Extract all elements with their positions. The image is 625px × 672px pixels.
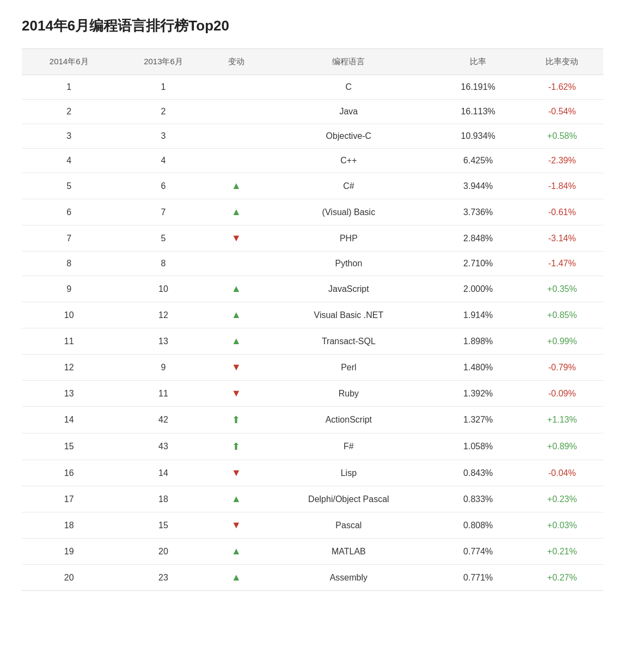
cell-language: JavaScript	[262, 276, 435, 302]
table-row: 56▲C#3.944%-1.84%	[22, 173, 603, 199]
header-change: 变动	[211, 49, 262, 75]
up-single-icon: ▲	[231, 335, 241, 347]
cell-rank2013: 14	[116, 460, 210, 486]
cell-language: Ruby	[262, 381, 435, 407]
cell-language: Visual Basic .NET	[262, 302, 435, 328]
cell-rate: 1.058%	[436, 433, 521, 460]
cell-rank2013: 9	[116, 355, 210, 381]
table-row: 1543⬆F#1.058%+0.89%	[22, 433, 603, 460]
header-rank2014: 2014年6月	[22, 49, 116, 75]
cell-rate: 0.833%	[436, 486, 521, 512]
table-row: 1920▲MATLAB0.774%+0.21%	[22, 539, 603, 565]
cell-rate: 1.914%	[436, 302, 521, 328]
cell-change: ▼	[211, 381, 262, 407]
cell-language: Pascal	[262, 512, 435, 539]
cell-change: ▼	[211, 460, 262, 486]
cell-rank2014: 13	[22, 381, 116, 407]
up-single-icon: ▲	[231, 309, 241, 321]
cell-rate-change: -0.04%	[521, 460, 603, 486]
table-row: 1815▼Pascal0.808%+0.03%	[22, 512, 603, 539]
table-header-row: 2014年6月 2013年6月 变动 编程语言 比率 比率变动	[22, 49, 603, 75]
cell-change: ▼	[211, 225, 262, 252]
cell-change: ▲	[211, 276, 262, 302]
cell-rank2013: 5	[116, 225, 210, 252]
cell-rate-change: -0.09%	[521, 381, 603, 407]
table-row: 33Objective-C10.934%+0.58%	[22, 124, 603, 149]
cell-rank2014: 16	[22, 460, 116, 486]
cell-rate-change: -0.54%	[521, 100, 603, 124]
table-row: 129▼Perl1.480%-0.79%	[22, 355, 603, 381]
cell-rate: 3.944%	[436, 173, 521, 199]
up-double-icon: ⬆	[232, 414, 240, 426]
cell-rank2013: 11	[116, 381, 210, 407]
table-row: 1442⬆ActionScript1.327%+1.13%	[22, 407, 603, 433]
cell-rate-change: +0.58%	[521, 124, 603, 149]
cell-rank2014: 4	[22, 149, 116, 173]
table-row: 910▲JavaScript2.000%+0.35%	[22, 276, 603, 302]
cell-rate: 0.843%	[436, 460, 521, 486]
cell-rate-change: -3.14%	[521, 225, 603, 252]
up-double-icon: ⬆	[232, 441, 240, 453]
cell-rate: 3.736%	[436, 199, 521, 225]
cell-language: Python	[262, 252, 435, 276]
cell-change: ▲	[211, 328, 262, 355]
cell-language: Assembly	[262, 565, 435, 591]
table-row: 2023▲Assembly0.771%+0.27%	[22, 565, 603, 591]
cell-language: C	[262, 75, 435, 100]
cell-rate-change: +0.99%	[521, 328, 603, 355]
cell-language: ActionScript	[262, 407, 435, 433]
cell-rate: 2.000%	[436, 276, 521, 302]
cell-change	[211, 149, 262, 173]
cell-language: Java	[262, 100, 435, 124]
table-row: 1012▲Visual Basic .NET1.914%+0.85%	[22, 302, 603, 328]
cell-change: ▼	[211, 512, 262, 539]
cell-rate-change: +0.23%	[521, 486, 603, 512]
cell-rate: 0.808%	[436, 512, 521, 539]
cell-rank2013: 43	[116, 433, 210, 460]
cell-change	[211, 124, 262, 149]
cell-rate: 1.392%	[436, 381, 521, 407]
cell-language: (Visual) Basic	[262, 199, 435, 225]
cell-rank2014: 12	[22, 355, 116, 381]
cell-change: ▲	[211, 302, 262, 328]
header-rank2013: 2013年6月	[116, 49, 210, 75]
table-row: 75▼PHP2.848%-3.14%	[22, 225, 603, 252]
cell-rank2013: 12	[116, 302, 210, 328]
cell-language: F#	[262, 433, 435, 460]
cell-language: Transact-SQL	[262, 328, 435, 355]
cell-rank2013: 3	[116, 124, 210, 149]
cell-change: ⬆	[211, 407, 262, 433]
cell-language: MATLAB	[262, 539, 435, 565]
up-single-icon: ▲	[231, 493, 241, 505]
cell-rate-change: +0.89%	[521, 433, 603, 460]
cell-rate-change: -0.79%	[521, 355, 603, 381]
header-language: 编程语言	[262, 49, 435, 75]
cell-rate-change: +0.03%	[521, 512, 603, 539]
cell-rank2014: 14	[22, 407, 116, 433]
cell-change: ▲	[211, 173, 262, 199]
cell-change: ▲	[211, 565, 262, 591]
cell-rank2014: 20	[22, 565, 116, 591]
table-row: 44C++6.425%-2.39%	[22, 149, 603, 173]
cell-change: ▲	[211, 539, 262, 565]
down-single-icon: ▼	[231, 362, 241, 373]
cell-rate: 0.774%	[436, 539, 521, 565]
cell-rate: 0.771%	[436, 565, 521, 591]
cell-change	[211, 252, 262, 276]
cell-rate-change: -0.61%	[521, 199, 603, 225]
cell-language: Delphi/Object Pascal	[262, 486, 435, 512]
down-single-icon: ▼	[231, 233, 241, 244]
table-row: 1311▼Ruby1.392%-0.09%	[22, 381, 603, 407]
table-row: 1614▼Lisp0.843%-0.04%	[22, 460, 603, 486]
cell-rank2014: 3	[22, 124, 116, 149]
up-single-icon: ▲	[231, 206, 241, 218]
down-single-icon: ▼	[231, 388, 241, 399]
cell-change: ⬆	[211, 433, 262, 460]
cell-language: Perl	[262, 355, 435, 381]
cell-rank2013: 2	[116, 100, 210, 124]
cell-rank2013: 10	[116, 276, 210, 302]
cell-rank2013: 20	[116, 539, 210, 565]
cell-change: ▲	[211, 199, 262, 225]
cell-rank2014: 15	[22, 433, 116, 460]
cell-rate-change: -2.39%	[521, 149, 603, 173]
